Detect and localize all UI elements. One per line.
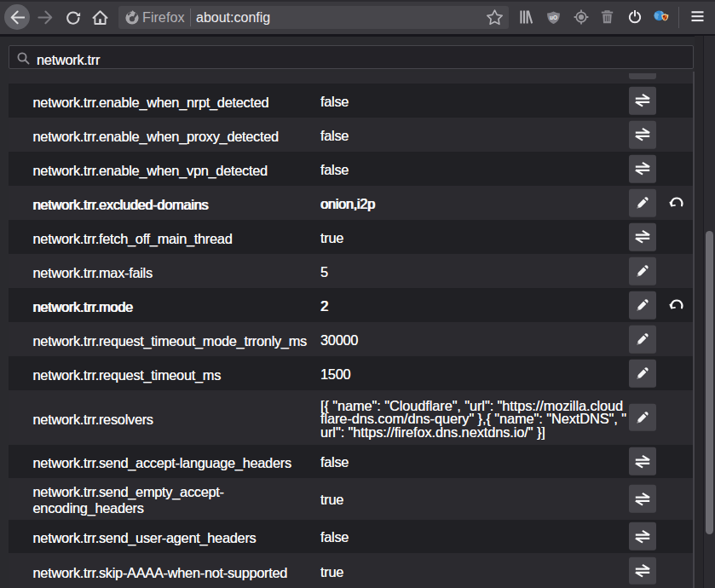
svg-text:uO: uO — [550, 14, 557, 20]
